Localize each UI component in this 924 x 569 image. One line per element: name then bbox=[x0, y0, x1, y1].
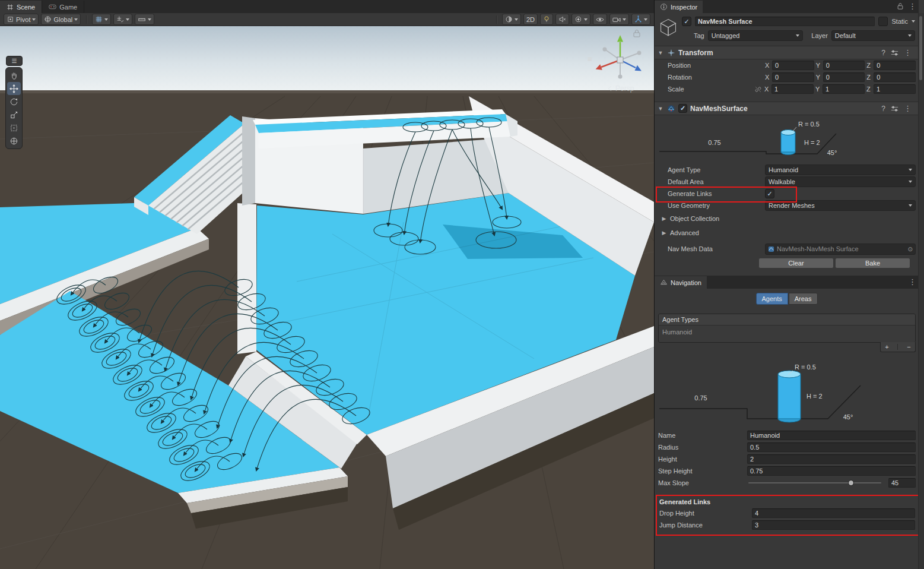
scale-tool-button[interactable] bbox=[7, 108, 21, 121]
scene-lighting-toggle[interactable] bbox=[540, 14, 553, 25]
agent-type-dropdown[interactable]: Humanoid bbox=[765, 165, 916, 175]
advanced-foldout[interactable]: ▶ Advanced bbox=[655, 227, 919, 239]
tab-game[interactable]: Game bbox=[42, 1, 84, 13]
radius-field[interactable] bbox=[747, 442, 916, 452]
navigation-icon bbox=[660, 279, 668, 286]
step-height-field[interactable] bbox=[747, 466, 916, 476]
2d-toggle[interactable]: 2D bbox=[523, 14, 538, 25]
separator bbox=[496, 15, 497, 24]
effects-dropdown[interactable] bbox=[571, 14, 590, 25]
caret-icon bbox=[74, 18, 78, 21]
agents-tab[interactable]: Agents bbox=[756, 293, 788, 305]
static-flags-caret-icon[interactable] bbox=[912, 20, 915, 23]
drop-height-field[interactable] bbox=[752, 508, 915, 518]
generated-links-section: Generated Links Drop Height Jump Distanc… bbox=[656, 495, 921, 536]
position-y-field[interactable] bbox=[823, 61, 865, 70]
shading-mode-dropdown[interactable] bbox=[502, 14, 521, 25]
caret-icon bbox=[909, 204, 912, 207]
jump-distance-field[interactable] bbox=[752, 520, 915, 530]
agent-type-list-item[interactable]: Humanoid bbox=[659, 325, 915, 342]
foldout-icon[interactable]: ▼ bbox=[657, 50, 664, 56]
rotate-tool-button[interactable] bbox=[7, 95, 21, 108]
scale-link-icon[interactable] bbox=[754, 86, 762, 93]
transform-tool-button[interactable] bbox=[7, 134, 21, 147]
max-slope-row: Max Slope bbox=[655, 477, 919, 489]
max-slope-slider[interactable] bbox=[748, 479, 881, 487]
kebab-menu-icon[interactable]: ⋮ bbox=[904, 48, 912, 57]
caret-icon bbox=[796, 34, 799, 37]
view-tool-button[interactable] bbox=[7, 69, 21, 82]
kebab-menu-icon[interactable]: ⋮ bbox=[904, 104, 912, 113]
help-icon[interactable]: ? bbox=[881, 105, 885, 113]
move-tool-button[interactable] bbox=[7, 82, 21, 95]
snap-toggle-dropdown[interactable] bbox=[113, 14, 132, 25]
position-z-field[interactable] bbox=[874, 61, 916, 70]
diagram-radius-label: R = 0.5 bbox=[798, 121, 820, 128]
scene-3d-render[interactable]: Persp bbox=[0, 26, 654, 569]
object-collection-foldout[interactable]: ▶ Object Collection bbox=[655, 213, 919, 225]
nav-mesh-data-field[interactable]: NavMesh-NavMesh Surface ⊙ bbox=[765, 244, 916, 255]
rect-tool-button[interactable] bbox=[7, 121, 21, 134]
max-slope-field[interactable] bbox=[888, 478, 916, 488]
object-picker-icon[interactable]: ⊙ bbox=[908, 246, 913, 252]
tab-scene[interactable]: Scene bbox=[0, 1, 42, 13]
gameobject-header: ✓ ✓ Static Tag Untagged Layer Default bbox=[655, 13, 919, 44]
agent-name-field[interactable] bbox=[747, 431, 916, 440]
pivot-dropdown[interactable]: Pivot bbox=[4, 14, 39, 25]
clear-button[interactable]: Clear bbox=[758, 258, 834, 268]
rotation-x-field[interactable] bbox=[772, 72, 814, 82]
inspector-scrollbar[interactable] bbox=[918, 13, 924, 569]
scrollbar-thumb[interactable] bbox=[919, 16, 922, 80]
foldout-icon[interactable]: ▼ bbox=[657, 106, 664, 112]
rotation-y-field[interactable] bbox=[823, 72, 865, 82]
grid-visibility-dropdown[interactable] bbox=[92, 14, 111, 25]
tab-navigation[interactable]: Navigation bbox=[655, 276, 707, 289]
static-checkbox[interactable]: ✓ bbox=[878, 17, 888, 26]
snap-increment-dropdown[interactable] bbox=[135, 14, 154, 25]
kebab-menu-icon[interactable]: ⋮ bbox=[909, 277, 916, 286]
scene-camera-menu[interactable]: ≡ bbox=[588, 55, 592, 64]
overlay-menu-button[interactable]: ☰ bbox=[6, 56, 23, 66]
tab-inspector[interactable]: Inspector bbox=[655, 1, 703, 13]
add-agent-button[interactable]: + bbox=[885, 343, 888, 350]
scale-z-field[interactable] bbox=[874, 84, 916, 94]
bake-button[interactable]: Bake bbox=[835, 258, 910, 268]
default-area-row: Default Area Walkable bbox=[655, 176, 919, 188]
gameobject-name-field[interactable] bbox=[695, 17, 875, 26]
scene-audio-toggle[interactable] bbox=[555, 14, 569, 25]
scale-x-field[interactable] bbox=[771, 84, 814, 94]
navmeshsurface-enabled-checkbox[interactable]: ✓ bbox=[678, 104, 687, 113]
slider-thumb[interactable] bbox=[848, 480, 854, 486]
navmeshsurface-header[interactable]: ▼ ✓ NavMeshSurface ? ⋮ bbox=[655, 102, 919, 115]
help-icon[interactable]: ? bbox=[881, 49, 885, 57]
global-dropdown[interactable]: Global bbox=[41, 14, 81, 25]
use-geometry-dropdown[interactable]: Render Meshes bbox=[765, 200, 916, 211]
lock-icon[interactable] bbox=[897, 2, 904, 10]
gameobject-active-checkbox[interactable]: ✓ bbox=[682, 17, 691, 26]
shaded-sphere-icon bbox=[505, 15, 513, 23]
layer-dropdown[interactable]: Default bbox=[831, 30, 915, 41]
scale-row: Scale X Y Z bbox=[655, 83, 919, 95]
rotation-row: Rotation X Y Z bbox=[655, 71, 919, 83]
generate-links-checkbox[interactable]: ✓ bbox=[765, 189, 774, 198]
remove-agent-button[interactable]: − bbox=[907, 343, 910, 350]
areas-tab[interactable]: Areas bbox=[789, 293, 818, 305]
camera-dropdown[interactable] bbox=[609, 14, 629, 25]
scale-y-field[interactable] bbox=[823, 84, 865, 94]
position-x-field[interactable] bbox=[772, 61, 814, 70]
gameobject-cube-icon[interactable] bbox=[658, 15, 678, 38]
default-area-dropdown[interactable]: Walkable bbox=[765, 176, 916, 187]
tag-dropdown[interactable]: Untagged bbox=[708, 30, 804, 41]
scene-visibility-toggle[interactable] bbox=[593, 14, 607, 25]
rotation-z-field[interactable] bbox=[874, 72, 916, 82]
presets-icon[interactable] bbox=[891, 105, 898, 112]
presets-icon[interactable] bbox=[891, 49, 898, 56]
agent-diagram-small: R = 0.5 0.75 H = 2 45° bbox=[658, 116, 916, 163]
height-field[interactable] bbox=[747, 454, 916, 464]
kebab-menu-icon[interactable]: ⋮ bbox=[909, 2, 916, 11]
axis-x-label: X bbox=[765, 74, 770, 81]
scene-viewport[interactable]: Persp ☰ ≡ bbox=[0, 26, 654, 569]
transform-header[interactable]: ▼ Transform ? ⋮ bbox=[655, 46, 919, 59]
gizmos-dropdown[interactable] bbox=[631, 14, 650, 25]
slider-track[interactable] bbox=[748, 482, 881, 483]
